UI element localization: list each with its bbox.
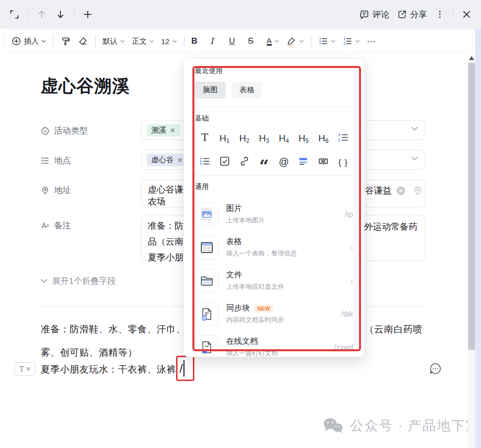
format-painter-button[interactable] bbox=[60, 36, 71, 47]
menu-item-online-doc[interactable]: 在线文档 插入一篇钉钉文档 /zxwd bbox=[195, 330, 353, 357]
menu-item-table[interactable]: 表格 插入一个表格，整理信息 › bbox=[195, 231, 353, 264]
menu-item-image[interactable]: 图片 上传本地图片 /tp bbox=[195, 197, 353, 231]
tag-remove-icon[interactable]: ✕ bbox=[177, 156, 183, 164]
address-text: 虚心谷谦 bbox=[148, 184, 183, 195]
block-type-handle[interactable]: T ≡ bbox=[14, 362, 36, 376]
theme-select[interactable]: 默认 bbox=[103, 37, 125, 46]
folder-icon bbox=[195, 269, 219, 293]
strikethrough-button[interactable]: S bbox=[248, 36, 260, 46]
new-tab-icon[interactable] bbox=[82, 9, 93, 20]
numbered-list-button[interactable]: 1 2 bbox=[343, 36, 360, 46]
body-paragraph-fragment[interactable]: （云南白药喷 bbox=[364, 323, 422, 336]
heading4-icon[interactable]: H4 bbox=[279, 131, 289, 143]
italic-button[interactable]: I bbox=[210, 36, 222, 46]
basic-section-title: 基础 bbox=[195, 114, 353, 123]
clear-format-button[interactable] bbox=[78, 36, 88, 47]
divider bbox=[28, 9, 28, 20]
submenu-chevron-icon: › bbox=[351, 243, 353, 252]
nav-down-icon[interactable] bbox=[55, 9, 66, 20]
toolbar-more-button[interactable]: ⋯ bbox=[367, 36, 379, 47]
tag-activity[interactable]: 溯溪 ✕ bbox=[147, 124, 180, 136]
svg-text:2: 2 bbox=[343, 42, 345, 45]
tag-location[interactable]: 虚心谷 ✕ bbox=[147, 154, 187, 166]
page-title: 虚心谷溯溪 bbox=[41, 74, 130, 98]
divider bbox=[53, 36, 54, 47]
columns-icon[interactable] bbox=[318, 155, 329, 167]
nav-up-icon[interactable] bbox=[36, 9, 47, 20]
close-icon[interactable] bbox=[461, 9, 472, 20]
scrollbar-thumb[interactable] bbox=[468, 63, 475, 350]
watermark-text: 公众号 · 产品地下室 bbox=[350, 417, 480, 435]
map-pin-icon[interactable] bbox=[413, 186, 423, 196]
menu-item-file[interactable]: 文件 上传本地或钉盘文件 › bbox=[195, 264, 353, 297]
share-button[interactable]: 分享 bbox=[397, 9, 427, 20]
scrollbar-up-arrow[interactable] bbox=[469, 56, 474, 60]
location-pin-icon bbox=[41, 186, 50, 195]
divider bbox=[311, 36, 311, 47]
menu-item-sync-block[interactable]: 同步块 NEW 内容跨文档实时同步 /tbk bbox=[195, 297, 353, 330]
body-paragraph[interactable]: 夏季小朋友玩水：干衣裤、泳裤 bbox=[41, 363, 176, 376]
collapse-fields-toggle[interactable]: 展开1个折叠字段 bbox=[41, 275, 116, 287]
text-block-icon[interactable]: T bbox=[201, 131, 208, 143]
text-caret bbox=[183, 360, 184, 377]
heading2-icon[interactable]: H2 bbox=[239, 131, 249, 143]
bold-button[interactable]: B bbox=[191, 36, 203, 46]
comment-button[interactable]: 评论 bbox=[360, 9, 389, 20]
mention-icon[interactable]: @ bbox=[279, 155, 289, 167]
select-field-icon bbox=[41, 127, 50, 135]
clear-address-icon[interactable] bbox=[396, 186, 406, 196]
format-toolbar: 插入 默认 正文 12 B I U S A bbox=[4, 30, 473, 53]
bullet-list-icon[interactable] bbox=[199, 155, 210, 167]
highlight-block-icon[interactable] bbox=[298, 155, 309, 167]
table-icon bbox=[195, 236, 219, 259]
share-icon bbox=[397, 9, 407, 19]
window-edge-strip bbox=[475, 29, 481, 448]
highlight-button[interactable] bbox=[286, 36, 304, 47]
general-section-title: 通用 bbox=[195, 183, 353, 192]
watermark: 公众号 · 产品地下室 bbox=[322, 417, 480, 435]
font-size-select[interactable]: 12 bbox=[161, 37, 177, 46]
notes-text: 准备：防 bbox=[148, 220, 183, 232]
submenu-chevron-icon: › bbox=[351, 276, 353, 285]
numbered-list-icon: 1 2 bbox=[343, 36, 353, 46]
sync-block-icon bbox=[195, 302, 219, 326]
font-color-button[interactable]: A bbox=[267, 37, 279, 46]
body-paragraph[interactable]: 准备：防滑鞋、水、零食、汗巾、 bbox=[41, 323, 186, 336]
address-text: 谷谦益 bbox=[365, 185, 392, 196]
field-label-address: 地址 bbox=[41, 185, 71, 196]
underline-button[interactable]: U bbox=[229, 36, 241, 46]
notes-text: 夏季小朋 bbox=[148, 252, 183, 263]
tag-remove-icon[interactable]: ✕ bbox=[170, 127, 176, 134]
recent-section-title: 最近使用 bbox=[195, 66, 353, 75]
expand-icon[interactable] bbox=[9, 9, 20, 20]
quote-icon[interactable]: “ bbox=[259, 159, 269, 171]
body-paragraph[interactable]: 雾、创可贴、酒精等） bbox=[41, 346, 137, 359]
field-label-location: 地点 bbox=[41, 155, 71, 166]
link-icon[interactable] bbox=[239, 155, 250, 167]
menu-divider bbox=[195, 175, 353, 176]
bullet-list-button[interactable] bbox=[318, 36, 336, 46]
divider bbox=[184, 36, 184, 47]
more-menu-icon[interactable] bbox=[435, 9, 445, 19]
shortcut-hint: /tp bbox=[345, 210, 353, 218]
online-doc-icon bbox=[195, 335, 219, 358]
multiselect-field-icon bbox=[41, 156, 50, 165]
heading3-icon[interactable]: H3 bbox=[259, 131, 269, 143]
recent-chip-mindmap[interactable]: 脑图 bbox=[195, 82, 226, 98]
heading6-icon[interactable]: H6 bbox=[318, 131, 328, 143]
todo-checkbox-icon[interactable] bbox=[219, 155, 230, 167]
code-braces-icon[interactable]: { } bbox=[339, 155, 348, 167]
chevron-down-icon[interactable] bbox=[411, 127, 418, 131]
address-text: 农场 bbox=[148, 195, 166, 207]
heading5-icon[interactable]: H5 bbox=[299, 131, 308, 143]
recent-chip-table[interactable]: 表格 bbox=[232, 82, 262, 98]
svg-text:1: 1 bbox=[338, 132, 341, 137]
chevron-down-icon[interactable] bbox=[411, 156, 418, 161]
new-badge: NEW bbox=[254, 305, 273, 313]
heading1-icon[interactable]: H1 bbox=[220, 131, 230, 143]
ordered-list-icon[interactable]: 1 2 bbox=[338, 131, 349, 143]
add-comment-icon[interactable] bbox=[428, 362, 442, 376]
insert-button[interactable]: 插入 bbox=[11, 36, 46, 46]
eraser-icon bbox=[78, 36, 88, 47]
paragraph-style-select[interactable]: 正文 bbox=[132, 37, 154, 46]
